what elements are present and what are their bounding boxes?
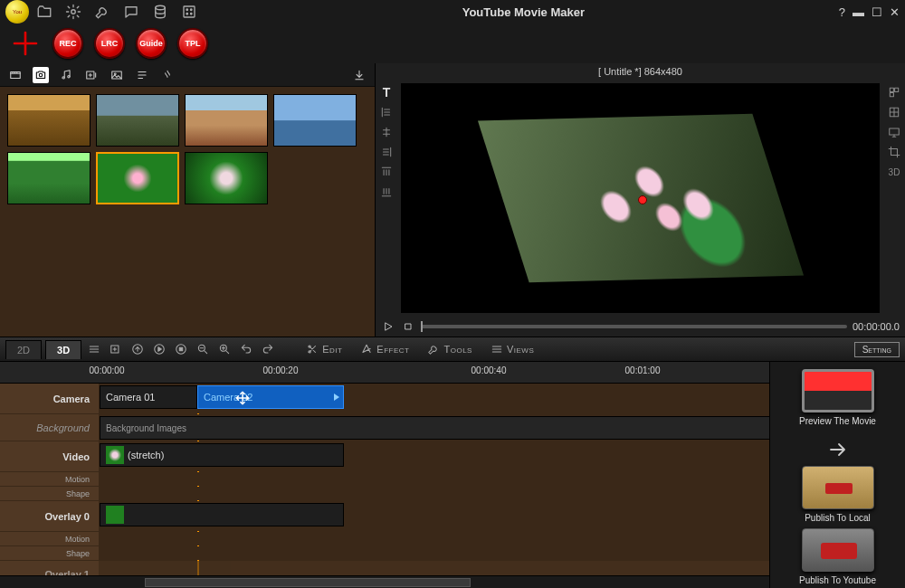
gear-icon[interactable] bbox=[63, 2, 83, 22]
clip-camera-1[interactable]: Camera 01 bbox=[100, 385, 197, 409]
track-label-motion: Motion bbox=[0, 472, 100, 486]
play-icon[interactable] bbox=[381, 319, 395, 334]
views-menu[interactable]: Views bbox=[483, 343, 541, 356]
track-background: Background Background Images bbox=[0, 414, 769, 441]
track-label-video: Video bbox=[0, 441, 100, 471]
3d-toggle-icon[interactable]: 3D bbox=[887, 165, 901, 179]
add-icon[interactable] bbox=[9, 27, 42, 60]
media-thumbnail[interactable] bbox=[96, 94, 179, 147]
zoom-in-icon[interactable] bbox=[215, 340, 233, 358]
menu-list-icon[interactable] bbox=[85, 340, 103, 358]
record-button[interactable]: REC bbox=[52, 28, 83, 59]
database-icon[interactable] bbox=[150, 2, 170, 22]
effect-menu[interactable]: Effect bbox=[353, 343, 416, 356]
publish-youtube-button[interactable]: Publish To Youtube bbox=[798, 528, 878, 585]
output-actions-panel: Preview The Movie Publish To Local Publi… bbox=[769, 362, 905, 588]
preview-seek-slider[interactable] bbox=[421, 325, 847, 328]
svg-point-4 bbox=[191, 9, 193, 11]
clip-camera-2-selected[interactable]: Camera 02 bbox=[197, 385, 344, 409]
clip-video[interactable]: (stretch) bbox=[100, 443, 344, 467]
play-circle-icon[interactable] bbox=[150, 340, 168, 358]
color-swatch-icon[interactable] bbox=[179, 2, 199, 22]
tools-menu[interactable]: Tools bbox=[420, 343, 479, 356]
text-list-tab-icon[interactable] bbox=[134, 67, 150, 83]
preview-movie-icon bbox=[802, 369, 874, 413]
photo-tab-icon[interactable] bbox=[33, 67, 49, 83]
ruler-tick: 00:00:20 bbox=[263, 365, 299, 375]
titlebar: You YouTube Movie Maker ? ▬ ☐ ✕ bbox=[0, 0, 905, 24]
monitor-icon[interactable] bbox=[887, 125, 901, 139]
stop-icon[interactable] bbox=[401, 319, 415, 334]
chat-icon[interactable] bbox=[121, 2, 141, 22]
maximize-icon[interactable]: ☐ bbox=[872, 5, 882, 19]
audio-tab-icon[interactable] bbox=[58, 67, 74, 83]
track-video: Video (stretch) bbox=[0, 441, 769, 472]
align-center-h-icon[interactable] bbox=[379, 125, 394, 139]
grid-tool-icon[interactable] bbox=[887, 85, 901, 100]
track-overlay0-motion: Motion bbox=[0, 532, 769, 546]
svg-rect-14 bbox=[890, 88, 893, 91]
align-top-icon[interactable] bbox=[379, 165, 394, 179]
minimize-icon[interactable]: ▬ bbox=[853, 5, 864, 19]
text-tool-icon[interactable]: T bbox=[379, 85, 394, 100]
tab-2d[interactable]: 2D bbox=[5, 340, 42, 359]
publish-local-button[interactable]: Publish To Local bbox=[798, 466, 878, 523]
preview-panel: [ Untitle *] 864x480 T 3D bbox=[376, 63, 905, 337]
undo-icon[interactable] bbox=[237, 340, 255, 358]
timeline-ruler[interactable]: 00:00:00 00:00:20 00:00:40 00:01:00 bbox=[0, 362, 769, 384]
media-thumbnail[interactable] bbox=[185, 152, 268, 204]
svg-point-10 bbox=[68, 75, 70, 77]
tab-3d[interactable]: 3D bbox=[45, 340, 81, 359]
track-overlay0-shape: Shape bbox=[0, 546, 769, 561]
image-tab-icon[interactable] bbox=[109, 67, 125, 83]
crop-icon[interactable] bbox=[887, 145, 901, 159]
align-right-icon[interactable] bbox=[379, 145, 394, 159]
preview-canvas[interactable] bbox=[401, 83, 880, 313]
library-tabs bbox=[0, 63, 375, 87]
ruler-tick: 00:00:40 bbox=[472, 365, 507, 375]
stop-circle-icon[interactable] bbox=[172, 340, 190, 358]
svg-point-0 bbox=[71, 10, 76, 14]
preview-time: 00:00:00.0 bbox=[853, 321, 900, 332]
svg-rect-19 bbox=[405, 324, 411, 329]
download-icon[interactable] bbox=[351, 67, 367, 83]
zoom-out-icon[interactable] bbox=[194, 340, 212, 358]
video-tab-icon[interactable] bbox=[7, 67, 24, 83]
upload-icon[interactable] bbox=[129, 340, 147, 358]
tpl-button[interactable]: TPL bbox=[177, 28, 208, 59]
open-folder-icon[interactable] bbox=[34, 2, 54, 22]
preview-right-sidebar: 3D bbox=[883, 80, 905, 317]
media-thumbnail[interactable] bbox=[7, 94, 90, 147]
clip-background[interactable]: Background Images bbox=[100, 416, 769, 440]
grid-alt-icon[interactable] bbox=[887, 105, 901, 119]
guide-button[interactable]: Guide bbox=[136, 28, 167, 59]
track-label-motion: Motion bbox=[0, 532, 100, 545]
close-icon[interactable]: ✕ bbox=[890, 5, 900, 19]
track-label-shape: Shape bbox=[0, 546, 100, 560]
svg-point-13 bbox=[114, 72, 116, 74]
media-thumbnail[interactable] bbox=[273, 94, 357, 147]
align-left-icon[interactable] bbox=[379, 105, 394, 119]
add-video-tab-icon[interactable] bbox=[83, 67, 100, 83]
edit-menu[interactable]: Edit bbox=[299, 343, 349, 356]
quick-action-row: REC LRC Guide TPL bbox=[0, 24, 905, 63]
lrc-button[interactable]: LRC bbox=[94, 28, 125, 59]
align-bottom-icon[interactable] bbox=[379, 185, 394, 199]
track-camera: Camera Camera 01 Camera 02 bbox=[0, 384, 769, 414]
timeline: 00:00:00 00:00:20 00:00:40 00:01:00 Came… bbox=[0, 362, 769, 588]
svg-point-5 bbox=[186, 14, 188, 15]
scrollbar-thumb[interactable] bbox=[145, 578, 471, 587]
clip-overlay[interactable] bbox=[100, 503, 344, 526]
media-thumbnail-selected[interactable] bbox=[96, 152, 179, 204]
timeline-scrollbar[interactable] bbox=[0, 575, 769, 588]
setting-button[interactable]: Setting bbox=[854, 342, 900, 357]
wrench-icon[interactable] bbox=[92, 2, 112, 22]
preview-movie-button[interactable]: Preview The Movie bbox=[798, 369, 878, 426]
media-thumbnail[interactable] bbox=[185, 94, 268, 147]
track-label-background: Background bbox=[0, 414, 100, 441]
help-icon[interactable]: ? bbox=[839, 5, 845, 19]
effects-tab-icon[interactable] bbox=[159, 67, 176, 83]
redo-icon[interactable] bbox=[259, 340, 277, 358]
media-thumbnail[interactable] bbox=[7, 152, 90, 204]
add-media-icon[interactable] bbox=[107, 340, 125, 358]
